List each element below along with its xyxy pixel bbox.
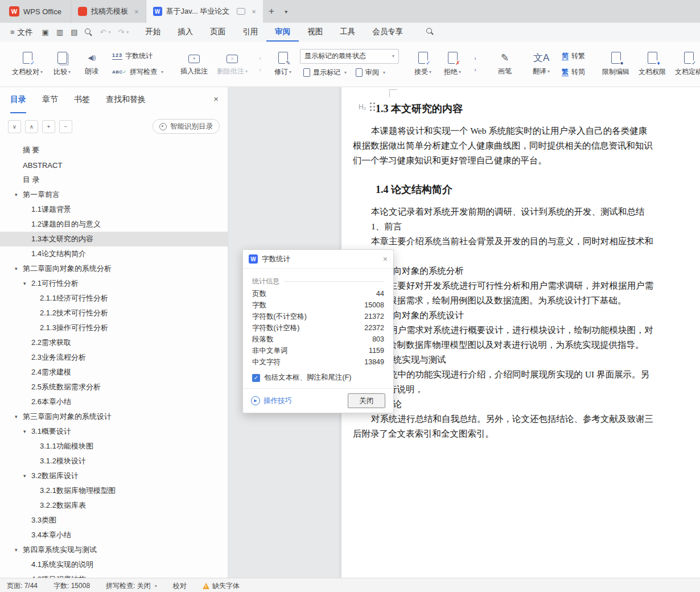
menu-tab-审阅[interactable]: 审阅	[266, 23, 299, 42]
translate-button[interactable]: 文A 翻译▾	[527, 46, 555, 83]
toc-item[interactable]: 摘 要	[0, 143, 228, 158]
menu-tab-引用[interactable]: 引用	[234, 23, 266, 42]
review-pane-button[interactable]: 审阅▾	[352, 65, 389, 80]
toc-item[interactable]: 2.4需求建模	[0, 365, 228, 380]
doc-proof-button[interactable]: ✓ 文档校对▾	[8, 46, 47, 83]
expand-triangle-icon[interactable]: ▾	[23, 281, 31, 286]
toc-item[interactable]: 2.5系统数据需求分析	[0, 380, 228, 394]
close-tab-icon[interactable]: ×	[252, 7, 256, 16]
close-tab-icon[interactable]: ×	[134, 7, 139, 16]
missing-font-warning[interactable]: ! 缺失字体	[203, 581, 240, 591]
smart-recognize-button[interactable]: 智能识别目录	[153, 119, 220, 134]
markup-state-select[interactable]: 显示标记的最终状态▾	[300, 49, 399, 64]
print-icon[interactable]: ▤	[71, 28, 77, 36]
toc-item[interactable]: 2.1.3操作可行性分析	[0, 320, 228, 335]
accept-button[interactable]: ✓ 接受▾	[409, 46, 437, 83]
toc-item[interactable]: 3.1.1功能模块图	[0, 439, 228, 454]
insert-comment-button[interactable]: + 插入批注	[176, 46, 212, 83]
track-changes-button[interactable]: ✎ 修订▾	[269, 46, 297, 83]
expand-triangle-icon[interactable]: ▾	[15, 547, 23, 553]
toc-item[interactable]: 3.3类图	[0, 513, 228, 528]
dialog-title-bar[interactable]: W 字数统计 ×	[243, 250, 393, 269]
toc-item[interactable]: 3.2.1数据库物理模型图	[0, 483, 228, 498]
to-simplified-button[interactable]: 繁 转简	[558, 65, 588, 79]
tips-link[interactable]: ▶ 操作技巧	[251, 396, 292, 406]
toc-item[interactable]: 3.4本章小结	[0, 528, 228, 542]
spell-check-button[interactable]: ABC✓ 拼写检查▾	[109, 65, 167, 79]
toc-item[interactable]: ▾2.1可行性分析	[0, 276, 228, 291]
show-markup-button[interactable]: 显示标记▾	[300, 65, 350, 80]
toc-item[interactable]: ▾第二章面向对象的系统分析	[0, 261, 228, 276]
toc-item[interactable]: ABSTRACT	[0, 158, 228, 172]
spellcheck-toggle[interactable]: 拼写检查: 关闭▾	[106, 581, 157, 591]
expand-triangle-icon[interactable]: ▾	[15, 266, 23, 272]
read-aloud-button[interactable]: ◀)) 朗读	[77, 46, 106, 83]
save-icon[interactable]: ▣	[42, 28, 49, 36]
page-indicator[interactable]: 页面: 7/44	[7, 581, 38, 591]
collapse-up-button[interactable]: ∧	[25, 120, 38, 133]
toc-item[interactable]: ▾3.2数据库设计	[0, 468, 228, 483]
new-tab-button[interactable]: +	[263, 0, 280, 23]
sidebar-tab-目录[interactable]: 目录	[10, 87, 26, 113]
sidebar-tab-章节[interactable]: 章节	[42, 87, 58, 113]
next-comment-icon[interactable]: ›	[254, 65, 266, 75]
expand-triangle-icon[interactable]: ▾	[15, 192, 23, 198]
menu-tab-页面[interactable]: 页面	[201, 23, 234, 42]
comment-bubble-icon[interactable]	[237, 8, 245, 15]
toc-item[interactable]: 2.6本章小结	[0, 394, 228, 409]
doc-final-button[interactable]: ✓ 文档定稿	[671, 46, 700, 83]
expand-all-button[interactable]: +	[42, 120, 55, 133]
document-page[interactable]: H₂ 1.3 本文研究的内容本课题将设计和实现一个 Web 系统能实时的让用户录…	[341, 87, 700, 578]
dialog-close-icon[interactable]: ×	[383, 254, 388, 264]
toc-item[interactable]: 3.1.2模块设计	[0, 454, 228, 468]
toc-item[interactable]: 1.3本文研究的内容	[0, 232, 228, 246]
menu-tab-插入[interactable]: 插入	[169, 23, 201, 42]
app-logo-tab[interactable]: W WPS Office	[0, 0, 71, 23]
undo-icon[interactable]: ↶▾	[100, 28, 110, 36]
reject-button[interactable]: ✗ 拒绝▾	[438, 46, 467, 83]
toc-item[interactable]: 1.1课题背景	[0, 202, 228, 217]
menu-tab-视图[interactable]: 视图	[299, 23, 331, 42]
toc-item[interactable]: 目 录	[0, 172, 228, 187]
redo-icon[interactable]: ↷▾	[118, 28, 129, 36]
menu-tab-会员专享[interactable]: 会员专享	[364, 23, 411, 42]
toc-item[interactable]: 1.2课题的目的与意义	[0, 217, 228, 232]
paragraph-handle[interactable]: H₂	[359, 102, 372, 111]
proofread-button[interactable]: 校对	[173, 581, 187, 591]
toc-item[interactable]: ▾第一章前言	[0, 187, 228, 202]
toc-item[interactable]: 2.2需求获取	[0, 335, 228, 350]
export-icon[interactable]: ▥	[56, 28, 63, 36]
expand-triangle-icon[interactable]: ▾	[23, 473, 31, 479]
toc-item[interactable]: 4.1系统实现的说明	[0, 557, 228, 572]
delete-comment-button[interactable]: × 删除批注▾	[213, 46, 252, 83]
toc-item[interactable]: 2.1.2技术可行性分析	[0, 306, 228, 320]
include-textbox-checkbox[interactable]: ✓ 包括文本框、脚注和尾注(F)	[252, 373, 384, 383]
compare-button[interactable]: 比较▾	[48, 46, 76, 83]
close-button[interactable]: 关闭	[348, 393, 385, 408]
prev-change-icon[interactable]: ‹	[470, 54, 481, 63]
print-preview-icon[interactable]	[85, 28, 92, 36]
search-icon[interactable]	[426, 28, 434, 37]
pen-button[interactable]: ✎ 画笔	[491, 46, 519, 83]
toc-item[interactable]: ▾3.1概要设计	[0, 424, 228, 439]
expand-triangle-icon[interactable]: ▾	[23, 429, 31, 434]
word-count-indicator[interactable]: 字数: 15008	[53, 581, 90, 591]
word-count-button[interactable]: 123 字数统计	[109, 49, 167, 63]
expand-triangle-icon[interactable]: ▾	[15, 414, 23, 420]
tab-current-document[interactable]: W 基于Jav... 毕业论文 ×	[146, 0, 263, 23]
toc-item[interactable]: 4.2项目程序结构	[0, 572, 228, 578]
tab-list-chevron-icon[interactable]: ▾	[280, 0, 293, 23]
prev-comment-icon[interactable]: ‹	[254, 54, 266, 63]
tab-docer-template[interactable]: 找稿壳模板 ×	[71, 0, 146, 23]
toc-item[interactable]: 2.3业务流程分析	[0, 350, 228, 365]
toc-item[interactable]: 3.2.2数据库表	[0, 498, 228, 513]
file-menu-button[interactable]: ≡ 文件	[5, 27, 39, 38]
menu-tab-开始[interactable]: 开始	[137, 23, 169, 42]
toc-item[interactable]: ▾第三章面向对象的系统设计	[0, 409, 228, 424]
close-panel-icon[interactable]: ×	[213, 94, 219, 104]
sidebar-tab-查找和替换[interactable]: 查找和替换	[106, 87, 146, 113]
sidebar-tab-书签[interactable]: 书签	[74, 87, 90, 113]
toc-item[interactable]: 2.1.1经济可行性分析	[0, 291, 228, 306]
expand-down-button[interactable]: ∨	[8, 120, 21, 133]
toc-item[interactable]: 1.4论文结构简介	[0, 246, 228, 261]
